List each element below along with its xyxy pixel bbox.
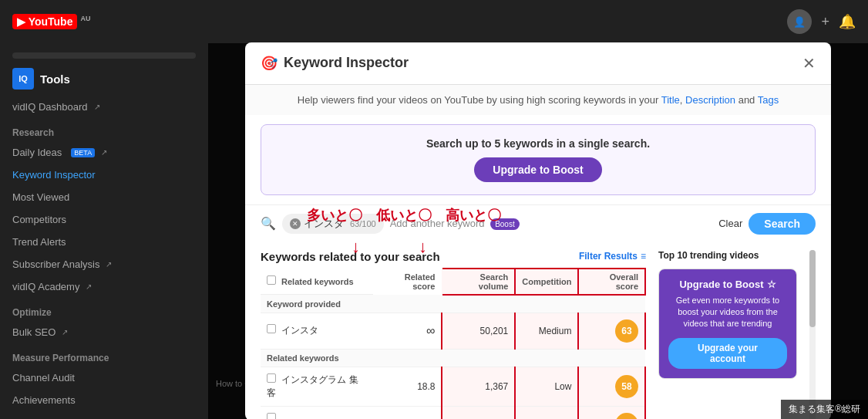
sidebar-item-trend-alerts[interactable]: Trend Alerts: [0, 231, 208, 253]
overall-score-cell: 63: [578, 313, 645, 349]
tools-label: Tools: [40, 73, 70, 86]
trend-alerts-label: Trend Alerts: [12, 236, 66, 248]
youtube-header: ▶ YouTube AU 👤 + 🔔: [0, 0, 868, 43]
results-table-wrap: Keywords related to your search Filter R…: [261, 242, 646, 420]
add-keyword-placeholder: Add another keyword: [390, 218, 485, 229]
related-score-cell-3: 3: [374, 406, 442, 419]
modal-header: 🎯 Keyword Inspector ✕: [245, 42, 831, 85]
main-content: How to G... 19990 🎯 Keyword Inspector ✕ …: [208, 43, 868, 419]
trending-heading: Top 10 trending videos: [658, 250, 797, 261]
table-row: インスタグラム 集客 18.8 1,367 Low 58: [261, 367, 645, 406]
score-badge-63: 63: [615, 319, 638, 343]
upgrade-account-button[interactable]: Upgrade your account: [668, 338, 787, 369]
related-score-cell: ∞: [374, 313, 442, 349]
score-badge-37: 37: [615, 413, 638, 420]
section-related-keywords: Related keywords: [261, 349, 645, 367]
add-icon[interactable]: +: [821, 14, 829, 30]
search-bar-row: 🔍 ✕ インスタ 63/100 Add another keyword Boos…: [245, 204, 831, 242]
section-related-label: Related keywords: [261, 349, 645, 367]
upgrade-box: Search up to 5 keywords in a single sear…: [261, 124, 816, 195]
competition-cell: Medium: [515, 313, 578, 349]
keywords-table: Related keywords Related score Search vo…: [261, 268, 646, 420]
sidebar-item-bulk-seo[interactable]: Bulk SEO ↗: [0, 321, 208, 343]
competitors-label: Competitors: [12, 214, 66, 225]
table-row: インスタ ∞ 50,201 Medium 63: [261, 313, 645, 349]
sidebar-section-research: Research: [0, 118, 208, 141]
score-badge-58: 58: [615, 375, 638, 398]
upgrade-box-title: Search up to 5 keywords in a single sear…: [280, 137, 796, 150]
scroll-top-indicator: [12, 52, 196, 59]
achievements-label: Achievements: [12, 394, 76, 406]
table-row: ucrfguktdbjbplynlhydlpgw 3 0 Very low 37: [261, 406, 645, 419]
upgrade-panel-text: Get even more keywords to boost your vid…: [668, 295, 787, 330]
jp-footer-text: 集まる集客®総研: [789, 404, 860, 414]
search-vol-cell: 50,201: [442, 313, 515, 349]
keyword-chip-close[interactable]: ✕: [290, 218, 301, 229]
row-checkbox-3[interactable]: [267, 413, 276, 419]
sidebar-item-subscriber-analysis[interactable]: Subscriber Analysis ↗: [0, 253, 208, 275]
modal-title-row: 🎯 Keyword Inspector: [261, 55, 409, 72]
results-area: Keywords related to your search Filter R…: [245, 242, 831, 420]
modal-title-icon: 🎯: [261, 55, 278, 72]
sidebar: IQ Tools vidIQ Dashboard ↗ Research Dail…: [0, 43, 208, 419]
keyword-inspector-label: Keyword Inspector: [12, 169, 96, 181]
user-avatar[interactable]: 👤: [787, 9, 812, 34]
col-header-competition: Competition: [515, 269, 578, 295]
row-checkbox-2[interactable]: [267, 373, 276, 383]
trending-box: Upgrade to Boost ☆ Get even more keyword…: [658, 269, 797, 379]
filter-results-link[interactable]: Filter Results ≡: [579, 251, 646, 262]
competition-cell-2: Low: [515, 367, 578, 406]
boost-mini-badge: Boost: [490, 218, 520, 230]
sidebar-item-achievements[interactable]: Achievements: [0, 389, 208, 411]
dashboard-label: vidIQ Dashboard: [12, 101, 88, 113]
info-link-tags[interactable]: Tags: [758, 94, 779, 106]
upgrade-panel: Upgrade to Boost ☆ Get even more keyword…: [659, 269, 796, 378]
modal-scrollbar[interactable]: [809, 250, 816, 420]
modal-title-text: Keyword Inspector: [284, 55, 409, 71]
info-banner: Help viewers find your videos on YouTube…: [245, 85, 831, 115]
keyword-chip-text: インスタ: [304, 217, 344, 231]
sidebar-item-channel-audit[interactable]: Channel Audit: [0, 367, 208, 389]
external-icon: ↗: [94, 103, 100, 111]
row-checkbox[interactable]: [267, 324, 276, 333]
sidebar-item-dashboard[interactable]: vidIQ Dashboard ↗: [0, 96, 208, 118]
info-link-description[interactable]: Description: [685, 94, 735, 106]
overall-score-cell-2: 58: [578, 367, 645, 406]
sidebar-tools-header: IQ Tools: [0, 62, 208, 96]
upgrade-boost-button[interactable]: Upgrade to Boost: [474, 157, 601, 182]
beta-badge: BETA: [71, 148, 95, 157]
youtube-logo: ▶ YouTube AU: [12, 14, 90, 29]
search-vol-cell-3: 0: [442, 406, 515, 419]
add-keyword-text[interactable]: Add another keyword Boost: [390, 218, 713, 229]
keyword-count: 63/100: [350, 219, 376, 228]
search-button[interactable]: Search: [749, 213, 816, 235]
select-all-checkbox[interactable]: [267, 275, 276, 285]
modal-scrollbar-thumb[interactable]: [809, 250, 816, 327]
vidiq-academy-label: vidIQ Academy: [12, 281, 79, 292]
modal-overlay: 🎯 Keyword Inspector ✕ Help viewers find …: [208, 43, 868, 419]
col-header-search-volume: Search volume: [442, 269, 515, 295]
notification-icon[interactable]: 🔔: [839, 13, 856, 30]
sidebar-item-vidiq-academy[interactable]: vidIQ Academy ↗: [0, 275, 208, 298]
subscriber-analysis-label: Subscriber Analysis: [12, 258, 99, 270]
sidebar-item-competitors[interactable]: Competitors: [0, 208, 208, 231]
modal-close-button[interactable]: ✕: [802, 56, 816, 71]
sidebar-item-daily-ideas[interactable]: Daily Ideas BETA ↗: [0, 141, 208, 164]
sidebar-section-measure: Measure Performance: [0, 343, 208, 367]
keyword-chip: ✕ インスタ 63/100: [282, 214, 384, 234]
filter-results-label: Filter Results: [579, 251, 638, 262]
external-icon-4: ↗: [86, 282, 92, 291]
sidebar-item-most-viewed[interactable]: Most Viewed: [0, 186, 208, 208]
sidebar-item-keyword-inspector[interactable]: Keyword Inspector: [0, 164, 208, 186]
results-heading: Keywords related to your search Filter R…: [261, 250, 646, 263]
section-provided-label: Keyword provided: [261, 295, 645, 313]
keyword-cell-3: ucrfguktdbjbplynlhydlpgw: [261, 406, 374, 419]
jp-footer: 集まる集客®総研: [781, 400, 868, 419]
info-link-title[interactable]: Title: [661, 94, 680, 106]
clear-button[interactable]: Clear: [718, 218, 742, 229]
overall-score-cell-3: 37: [578, 406, 645, 419]
channel-audit-label: Channel Audit: [12, 372, 75, 384]
col-related-keywords: Related keywords: [281, 277, 354, 286]
daily-ideas-label: Daily Ideas: [12, 147, 62, 158]
info-text: Help viewers find your videos on YouTube…: [298, 94, 659, 106]
